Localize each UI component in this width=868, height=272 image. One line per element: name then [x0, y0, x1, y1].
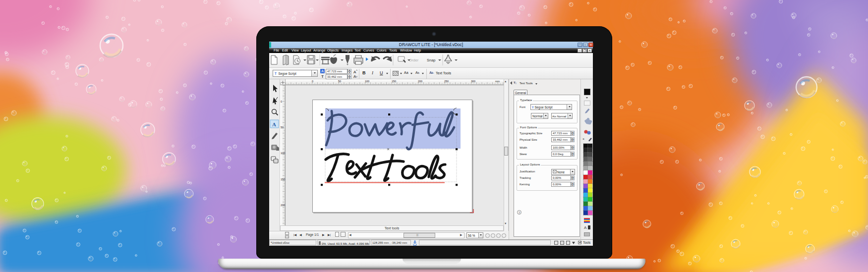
svg-text:A: A	[272, 121, 276, 127]
svg-text:Order: Order	[409, 58, 419, 62]
svg-text:Snap: Snap	[427, 58, 436, 62]
